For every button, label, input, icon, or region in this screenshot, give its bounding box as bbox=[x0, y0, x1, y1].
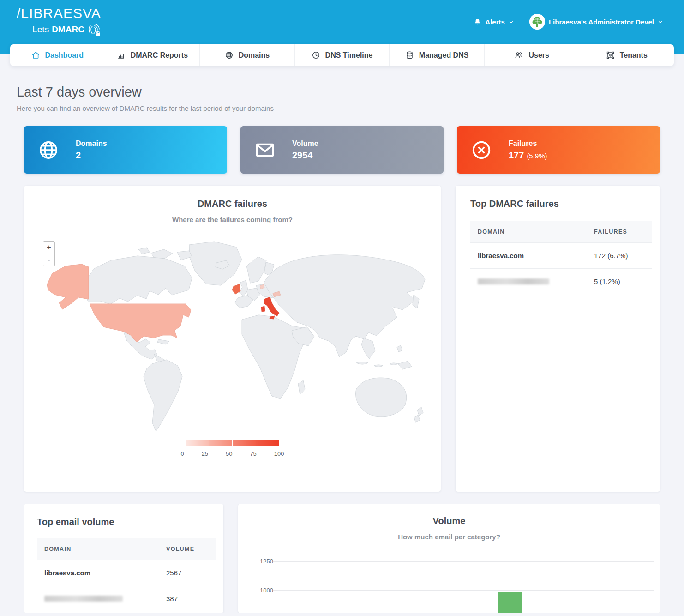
stats-row: Domains 2 Volume 2954 Failures 177(5.9%) bbox=[24, 126, 660, 174]
tab-label: Dashboard bbox=[45, 51, 84, 60]
bar-chart-icon bbox=[117, 51, 126, 60]
top-volume-table: DOMAIN VOLUME libraesva.com 2567 387 bbox=[37, 538, 216, 611]
domain-cell-redacted bbox=[470, 269, 587, 295]
tab-label: Domains bbox=[239, 51, 270, 60]
failures-cell: 5 (1.2%) bbox=[587, 269, 652, 295]
tab-tenants[interactable]: Tenants bbox=[579, 44, 674, 66]
top-dmarc-failures-card: Top DMARC failures DOMAIN FAILURES libra… bbox=[456, 186, 660, 492]
tab-managed-dns[interactable]: Managed DNS bbox=[390, 44, 485, 66]
stat-card-domains[interactable]: Domains 2 bbox=[24, 126, 227, 174]
map-legend-gradient bbox=[186, 440, 279, 446]
tab-label: Tenants bbox=[620, 51, 648, 60]
stat-value: 2 bbox=[76, 150, 107, 161]
legend-tick: 100 bbox=[274, 450, 284, 457]
fingerprint-icon bbox=[87, 22, 101, 37]
logo-dmarc: DMARC bbox=[52, 24, 84, 35]
table-row[interactable]: libraesva.com 2567 bbox=[37, 560, 216, 586]
home-icon bbox=[31, 51, 40, 60]
domain-cell: libraesva.com bbox=[37, 560, 159, 586]
tab-users[interactable]: Users bbox=[485, 44, 580, 66]
tab-label: Managed DNS bbox=[419, 51, 469, 60]
table-row[interactable]: 5 (1.2%) bbox=[470, 269, 652, 295]
stat-label: Volume bbox=[292, 139, 318, 148]
gridline bbox=[273, 590, 654, 591]
top-volume-title: Top email volume bbox=[37, 517, 216, 527]
tab-dmarc-reports[interactable]: DMARC Reports bbox=[105, 44, 200, 66]
stat-value: 177(5.9%) bbox=[509, 150, 547, 161]
domain-cell-redacted bbox=[37, 586, 159, 612]
tenants-frame-icon bbox=[606, 51, 615, 60]
column-header-volume: VOLUME bbox=[159, 538, 216, 560]
clock-icon bbox=[312, 51, 320, 60]
tab-dns-timeline[interactable]: DNS Timeline bbox=[295, 44, 390, 66]
volume-cell: 387 bbox=[159, 586, 216, 612]
alerts-label: Alerts bbox=[485, 18, 505, 26]
map-card-title: DMARC failures bbox=[24, 199, 441, 209]
volume-bar[interactable] bbox=[498, 592, 522, 613]
table-row[interactable]: 387 bbox=[37, 586, 216, 612]
y-axis-tick: 1000 bbox=[254, 587, 273, 594]
envelope-icon bbox=[254, 139, 276, 161]
app-logo: /LIBRAESVA LetsDMARC bbox=[17, 6, 101, 37]
column-header-failures: FAILURES bbox=[587, 221, 652, 243]
stat-percent: (5.9%) bbox=[527, 152, 547, 160]
alerts-button[interactable]: Alerts bbox=[474, 18, 514, 26]
y-axis-tick: 1250 bbox=[254, 558, 273, 565]
x-circle-icon bbox=[471, 139, 492, 161]
stat-card-failures[interactable]: Failures 177(5.9%) bbox=[457, 126, 660, 174]
tab-label: Users bbox=[528, 51, 549, 60]
redacted-domain bbox=[478, 278, 549, 284]
tab-label: DMARC Reports bbox=[131, 51, 188, 60]
stat-value: 2954 bbox=[292, 150, 318, 161]
redacted-domain bbox=[44, 596, 123, 602]
page-title: Last 7 days overview bbox=[17, 85, 660, 100]
map-card-subtitle: Where are the failures coming from? bbox=[24, 216, 441, 223]
legend-tick: 25 bbox=[202, 450, 208, 457]
volume-chart-subtitle: How much email per category? bbox=[238, 533, 660, 541]
users-icon bbox=[514, 51, 523, 60]
stat-label: Failures bbox=[509, 139, 547, 148]
chevron-down-icon bbox=[509, 19, 514, 24]
top-failures-title: Top DMARC failures bbox=[470, 199, 652, 209]
table-row[interactable]: libraesva.com 172 (6.7%) bbox=[470, 243, 652, 269]
stat-label: Domains bbox=[76, 139, 107, 148]
user-name: Libraesva's Administrator Devel bbox=[549, 18, 654, 26]
volume-chart-title: Volume bbox=[238, 516, 660, 526]
top-email-volume-card: Top email volume DOMAIN VOLUME libraesva… bbox=[24, 504, 223, 613]
logo-libraesva: /LIBRAESVA bbox=[17, 6, 101, 21]
domain-cell: libraesva.com bbox=[470, 243, 587, 269]
globe-icon bbox=[38, 139, 59, 161]
avatar bbox=[529, 14, 545, 30]
failures-cell: 172 (6.7%) bbox=[587, 243, 652, 269]
tab-dashboard[interactable]: Dashboard bbox=[10, 44, 105, 66]
legend-tick: 75 bbox=[250, 450, 256, 457]
logo-lets: Lets bbox=[32, 24, 49, 35]
main-navigation: Dashboard DMARC Reports Domains DNS Time… bbox=[10, 44, 674, 66]
table-header-row: DOMAIN VOLUME bbox=[37, 538, 216, 560]
page-subtitle: Here you can find an overview of DMARC r… bbox=[17, 104, 660, 112]
volume-cell: 2567 bbox=[159, 560, 216, 586]
user-menu[interactable]: Libraesva's Administrator Devel bbox=[529, 14, 663, 30]
tab-domains[interactable]: Domains bbox=[200, 44, 295, 66]
bell-icon bbox=[474, 18, 481, 26]
legend-tick: 0 bbox=[181, 450, 184, 457]
dmarc-failures-map-card: DMARC failures Where are the failures co… bbox=[24, 186, 441, 492]
top-failures-table: DOMAIN FAILURES libraesva.com 172 (6.7%)… bbox=[470, 221, 652, 294]
column-header-domain: DOMAIN bbox=[37, 538, 159, 560]
legend-tick: 50 bbox=[226, 450, 232, 457]
table-header-row: DOMAIN FAILURES bbox=[470, 221, 652, 243]
tab-label: DNS Timeline bbox=[325, 51, 373, 60]
column-header-domain: DOMAIN bbox=[470, 221, 587, 243]
chevron-down-icon bbox=[658, 19, 663, 24]
map-legend: 0 25 50 75 100 bbox=[24, 440, 441, 457]
world-choropleth-map[interactable] bbox=[33, 240, 430, 434]
volume-bar-chart-card: Volume How much email per category? 1250… bbox=[238, 504, 660, 613]
gridline bbox=[273, 561, 654, 562]
globe-icon bbox=[225, 51, 234, 60]
database-icon bbox=[405, 51, 414, 60]
stat-card-volume[interactable]: Volume 2954 bbox=[240, 126, 444, 174]
